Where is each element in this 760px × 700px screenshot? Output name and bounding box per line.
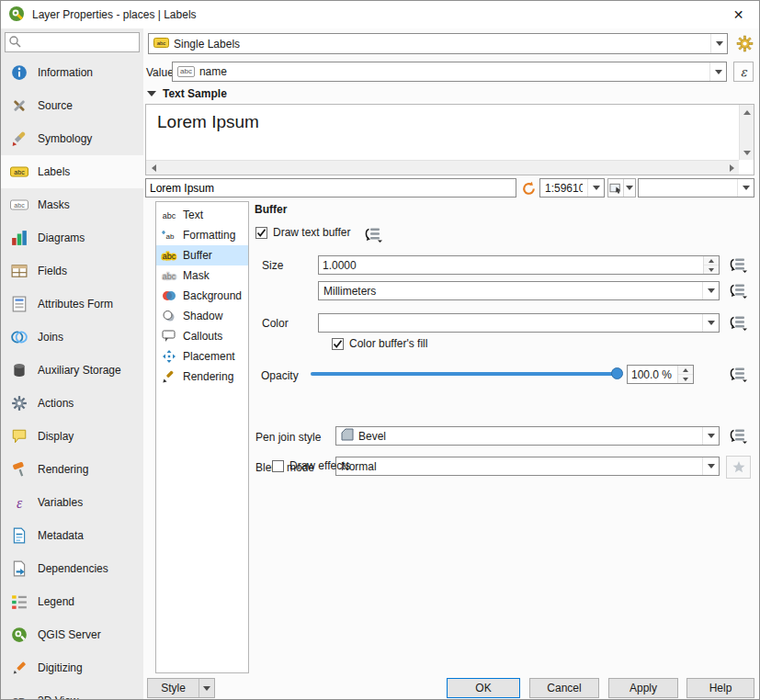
search-input[interactable] — [24, 35, 136, 50]
data-defined-override-button[interactable] — [726, 255, 750, 274]
scroll-down-button[interactable] — [740, 145, 754, 160]
legend-icon — [8, 591, 30, 613]
preview-scale-combobox[interactable]: 1:59610 — [539, 178, 605, 198]
sidebar-item-digitizing[interactable]: Digitizing — [1, 651, 143, 684]
tab-label: Buffer — [183, 249, 212, 262]
information-icon — [8, 62, 30, 84]
data-defined-override-button[interactable] — [726, 281, 750, 299]
label-mode-combobox[interactable]: abc Single Labels — [148, 33, 728, 54]
data-defined-override-button[interactable] — [726, 426, 750, 445]
sidebar-item-variables[interactable]: ε Variables — [1, 486, 143, 519]
scroll-up-button[interactable] — [740, 105, 754, 119]
sidebar-item-label: QGIS Server — [38, 628, 101, 641]
reset-sample-icon[interactable] — [519, 179, 538, 198]
tab-shadow[interactable]: Shadow — [156, 306, 248, 326]
tab-formatting[interactable]: ab Formatting — [156, 225, 248, 245]
tab-rendering[interactable]: Rendering — [156, 367, 248, 387]
draw-text-buffer-row: Draw text buffer — [255, 226, 350, 239]
sidebar-item-label: Information — [38, 66, 93, 79]
customize-effects-button[interactable] — [726, 456, 751, 479]
set-from-canvas-button[interactable] — [607, 178, 636, 198]
opacity-spinbox[interactable]: 100.0 % — [627, 365, 694, 384]
style-menu-button[interactable]: Style — [147, 678, 215, 698]
sidebar-item-information[interactable]: Information — [1, 56, 143, 89]
apply-button[interactable]: Apply — [608, 678, 678, 698]
tab-text[interactable]: abc Text — [156, 205, 248, 225]
sidebar-item-joins[interactable]: Joins — [1, 321, 143, 354]
help-button[interactable]: Help — [686, 678, 754, 698]
close-button[interactable]: ✕ — [718, 1, 759, 28]
sidebar-item-display[interactable]: Display — [1, 420, 143, 453]
labels-icon: abc — [8, 161, 30, 183]
data-defined-override-button[interactable] — [726, 365, 750, 383]
automated-placement-settings-button[interactable] — [733, 32, 755, 54]
expression-builder-button[interactable]: ε — [733, 62, 754, 82]
rendering-icon — [8, 458, 30, 480]
sidebar-item-actions[interactable]: Actions — [1, 387, 143, 420]
draw-text-buffer-checkbox[interactable] — [255, 227, 267, 239]
qgis-server-icon — [8, 624, 30, 646]
sidebar-item-metadata[interactable]: Metadata — [1, 519, 143, 552]
tab-placement[interactable]: Placement — [156, 346, 248, 367]
sidebar-item-label: Masks — [38, 198, 70, 211]
sidebar-item-label: Metadata — [38, 529, 84, 542]
tab-label: Mask — [183, 269, 210, 282]
sidebar-item-diagrams[interactable]: Diagrams — [1, 221, 143, 254]
value-field-name: name — [199, 65, 705, 78]
sidebar-item-legend[interactable]: Legend — [1, 585, 143, 618]
text-sample-section-header[interactable]: Text Sample — [147, 87, 227, 100]
spin-up-button[interactable] — [678, 366, 693, 375]
tab-label: Rendering — [183, 370, 233, 383]
preview-background-combobox[interactable] — [638, 178, 754, 198]
sidebar-item-qgis-server[interactable]: QGIS Server — [1, 618, 143, 651]
draw-effects-row: Draw effects — [272, 459, 350, 472]
spin-down-button[interactable] — [678, 375, 693, 383]
sidebar-item-masks[interactable]: abc Masks — [1, 188, 143, 221]
sidebar-item-fields[interactable]: Fields — [1, 254, 143, 288]
sidebar-item-dependencies[interactable]: Dependencies — [1, 552, 143, 585]
main-panel: abc Single Labels Value abc name ε Text … — [143, 28, 759, 699]
tab-buffer[interactable]: abc Buffer — [156, 245, 248, 265]
size-units-combobox[interactable]: Millimeters — [318, 281, 720, 300]
spin-up-button[interactable] — [704, 256, 719, 265]
ok-button[interactable]: OK — [447, 678, 520, 698]
sidebar-item-labels[interactable]: abc Labels — [1, 155, 143, 188]
cancel-button[interactable]: Cancel — [529, 678, 599, 698]
opacity-slider-track[interactable] — [311, 372, 622, 376]
value-field-combobox[interactable]: abc name — [172, 62, 727, 82]
sidebar: Information Source Symbology abc Labels … — [1, 28, 143, 699]
tab-callouts[interactable]: Callouts — [156, 326, 248, 346]
sidebar-item-3d-view[interactable]: 3D 3D View — [1, 684, 143, 699]
background-tab-icon — [160, 289, 178, 302]
buffer-color-dropdown[interactable] — [318, 313, 720, 333]
data-defined-override-button[interactable] — [726, 313, 750, 332]
opacity-slider[interactable] — [311, 365, 622, 383]
chevron-down-icon — [623, 179, 635, 197]
source-icon — [8, 95, 30, 117]
sidebar-item-rendering[interactable]: Rendering — [1, 453, 143, 486]
tab-label: Placement — [183, 350, 235, 363]
spin-down-button[interactable] — [704, 265, 719, 274]
pen-join-style-combobox[interactable]: Bevel — [335, 426, 720, 446]
color-buffers-fill-checkbox[interactable] — [332, 338, 344, 350]
tab-background[interactable]: Background — [156, 286, 248, 306]
scroll-right-button[interactable] — [724, 161, 739, 175]
preview-vertical-scrollbar[interactable] — [739, 105, 754, 160]
sidebar-item-symbology[interactable]: Symbology — [1, 122, 143, 155]
scroll-left-button[interactable] — [146, 161, 161, 175]
sidebar-item-attributes-form[interactable]: Attributes Form — [1, 288, 143, 321]
sidebar-item-source[interactable]: Source — [1, 89, 143, 122]
preview-horizontal-scrollbar[interactable] — [146, 160, 739, 175]
opacity-slider-thumb[interactable] — [611, 367, 623, 379]
sidebar-item-label: Variables — [38, 496, 83, 509]
draw-effects-checkbox[interactable] — [272, 460, 284, 472]
chevron-down-icon — [709, 62, 726, 81]
tab-mask[interactable]: abc Mask — [156, 265, 248, 286]
sidebar-item-label: Symbology — [38, 132, 92, 145]
blend-mode-combobox[interactable]: Normal — [335, 457, 720, 476]
data-defined-override-button[interactable] — [361, 225, 385, 243]
sidebar-item-label: Rendering — [38, 463, 88, 476]
buffer-size-spinbox[interactable]: 1.0000 — [318, 255, 720, 275]
sidebar-item-auxiliary-storage[interactable]: Auxiliary Storage — [1, 354, 143, 387]
sample-text-input[interactable] — [145, 178, 516, 198]
